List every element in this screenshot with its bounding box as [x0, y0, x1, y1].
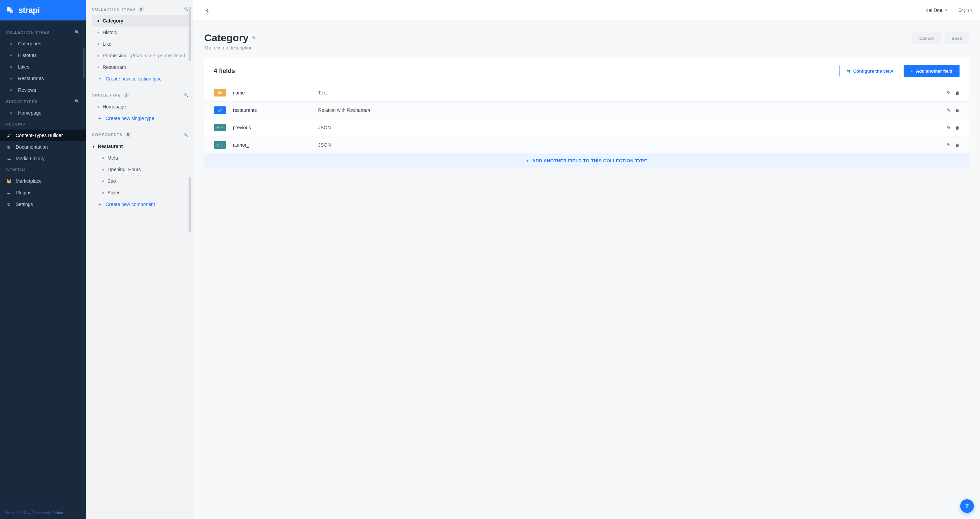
edit-field-icon[interactable]	[947, 107, 951, 113]
sidebar-item-homepage[interactable]: Homepage	[0, 107, 86, 119]
sidebar-item-plugins-list[interactable]: Plugins	[0, 187, 86, 199]
svg-rect-2	[10, 7, 11, 8]
create-collection-type-link[interactable]: Create new collection type	[92, 73, 189, 84]
fields-heading: 4 fields	[214, 67, 235, 75]
cloud-icon	[6, 156, 11, 161]
field-type: JSON	[318, 142, 947, 148]
search-icon[interactable]	[184, 7, 189, 11]
edit-title-icon[interactable]	[252, 35, 256, 41]
pm-section-single-type: SINGLE TYPE 1	[92, 92, 189, 98]
main-area: Kai Doe English Category There is no des…	[193, 0, 980, 519]
delete-field-icon[interactable]	[955, 125, 959, 130]
fields-card: 4 fields Configure the view Add another …	[204, 58, 969, 168]
list-icon	[6, 190, 11, 196]
count-badge: 8	[138, 6, 144, 12]
document-icon	[6, 145, 11, 150]
pm-item-history[interactable]: History	[92, 27, 189, 38]
gear-icon	[6, 202, 11, 207]
field-name: restaurants	[233, 107, 318, 113]
add-field-footer[interactable]: ADD ANOTHER FIELD TO THIS COLLECTION TYP…	[204, 153, 969, 168]
field-name: name	[233, 90, 318, 96]
delete-field-icon[interactable]	[955, 107, 959, 113]
plus-icon	[97, 76, 102, 81]
svg-rect-1	[10, 10, 13, 13]
field-type: JSON	[318, 125, 947, 130]
edit-field-icon[interactable]	[947, 90, 951, 96]
sidebar-item-histories[interactable]: Histories	[0, 49, 86, 61]
field-type: Text	[318, 90, 947, 96]
field-row: previous_ JSON	[204, 119, 969, 136]
strapi-logo-icon	[5, 5, 15, 15]
edit-field-icon[interactable]	[947, 142, 951, 148]
page-title: Category	[204, 32, 256, 44]
back-button[interactable]	[202, 5, 213, 16]
sidebar-item-settings[interactable]: Settings	[0, 199, 86, 210]
field-type: Relation with Restaurant	[318, 107, 947, 113]
user-menu[interactable]: Kai Doe	[926, 8, 947, 13]
field-type-badge-json	[214, 124, 226, 131]
sl-section-collection-types: COLLECTION TYPES	[0, 27, 86, 38]
edit-field-icon[interactable]	[947, 125, 951, 130]
pm-item-category[interactable]: Category	[92, 15, 189, 27]
pm-item-restaurant[interactable]: Restaurant	[92, 61, 189, 73]
sidebar-item-marketplace[interactable]: Marketplace	[0, 175, 86, 187]
sl-section-single-types: SINGLE TYPES	[0, 96, 86, 107]
field-type-badge-json	[214, 141, 226, 149]
midpanel-scrollbar[interactable]	[189, 7, 191, 61]
sidebar-item-media-library[interactable]: Media Library	[0, 153, 86, 164]
pm-item-homepage[interactable]: Homepage	[92, 101, 189, 113]
field-row: restaurants Relation with Restaurant	[204, 101, 969, 119]
pm-item-permission[interactable]: Permission (from: users-permissions)	[92, 50, 189, 61]
delete-field-icon[interactable]	[955, 142, 959, 148]
page-description: There is no description	[204, 45, 256, 51]
sidebar-scrollbar[interactable]	[83, 48, 84, 78]
delete-field-icon[interactable]	[955, 90, 959, 96]
field-row: Ab name Text	[204, 84, 969, 101]
pm-section-components: COMPONENTS 5	[92, 132, 189, 138]
field-type-badge-text: Ab	[214, 89, 226, 97]
brush-icon	[6, 133, 11, 138]
search-icon[interactable]	[75, 99, 80, 103]
pm-item-meta[interactable]: Meta	[92, 152, 189, 164]
pm-section-collection-types: COLLECTION TYPES 8	[92, 6, 189, 12]
sidebar-item-content-types-builder[interactable]: Content-Types Builder	[0, 130, 86, 141]
search-icon[interactable]	[75, 30, 80, 35]
brand-header[interactable]: strapi	[0, 0, 86, 21]
pm-item-like[interactable]: Like	[92, 38, 189, 50]
plus-icon	[97, 202, 102, 207]
sidebar-item-restaurants[interactable]: Restaurants	[0, 73, 86, 84]
plus-icon	[97, 116, 102, 121]
create-component-link[interactable]: Create new component	[92, 199, 189, 210]
sidebar-item-documentation[interactable]: Documentation	[0, 141, 86, 153]
sidebar-item-likes[interactable]: Likes	[0, 61, 86, 73]
search-icon[interactable]	[184, 133, 189, 137]
field-name: author_	[233, 142, 318, 148]
midpanel-scrollbar-2[interactable]	[189, 177, 191, 232]
basket-icon	[6, 179, 11, 183]
add-field-button[interactable]: Add another field	[904, 65, 959, 77]
pm-item-seo[interactable]: Seo	[92, 175, 189, 187]
sidebar-footer-version: Strapi v3.2.5 — Community Edition	[0, 507, 86, 519]
configure-view-button[interactable]: Configure the view	[840, 65, 900, 77]
brand-name: strapi	[18, 5, 40, 15]
chevron-down-icon	[93, 145, 94, 148]
chevron-down-icon	[945, 8, 947, 12]
create-single-type-link[interactable]: Create new single type	[92, 113, 189, 124]
field-type-badge-relation	[214, 107, 226, 114]
search-icon[interactable]	[184, 93, 189, 97]
count-badge: 1	[123, 92, 130, 98]
topbar: Kai Doe English	[193, 0, 980, 21]
pm-item-slider[interactable]: Slider	[92, 187, 189, 199]
cancel-button[interactable]: Cancel	[912, 32, 941, 45]
pm-group-restaurant[interactable]: Restaurant	[92, 140, 189, 152]
sidebar-item-categories[interactable]: Categories	[0, 38, 86, 49]
language-selector[interactable]: English	[959, 8, 972, 13]
count-badge: 5	[125, 132, 131, 138]
sl-section-plugins: PLUGINS	[0, 119, 86, 130]
sidebar-left: strapi COLLECTION TYPES Categories Histo…	[0, 0, 86, 519]
configure-icon	[847, 68, 850, 74]
help-button[interactable]: ?	[960, 499, 974, 513]
pm-item-opening-hours[interactable]: Opening_Hours	[92, 164, 189, 175]
sidebar-item-reviews[interactable]: Reviews	[0, 84, 86, 96]
save-button[interactable]: Save	[945, 32, 969, 45]
